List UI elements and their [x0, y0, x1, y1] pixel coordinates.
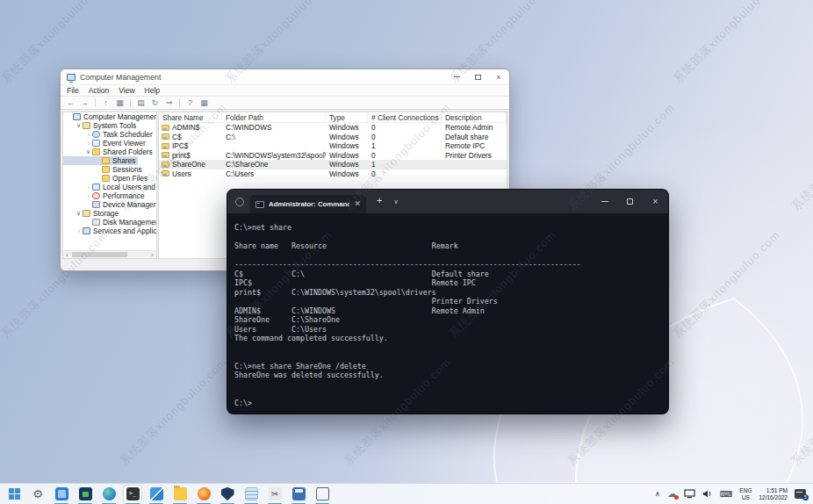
tree-item-open-files[interactable]: Open Files — [63, 174, 150, 183]
col-share-name[interactable]: Share Name — [159, 112, 222, 122]
taskbar-item-file-explorer[interactable] — [171, 486, 189, 503]
tree-item-device-manager[interactable]: Device Manager — [63, 200, 157, 209]
chevron-icon[interactable] — [76, 228, 83, 234]
taskbar-item-snipping-tool[interactable]: ✂ — [266, 486, 284, 503]
minimize-button[interactable] — [446, 69, 467, 84]
taskbar-item-media-player[interactable] — [53, 486, 70, 503]
scroll-left-icon[interactable]: ‹ — [63, 251, 71, 259]
col-folder-path[interactable]: Folder Path — [222, 112, 326, 122]
chevron-icon[interactable] — [85, 148, 92, 155]
tab-dropdown-icon[interactable]: ∨ — [393, 198, 398, 205]
table-row[interactable]: C$ C:\ Windows 0 Default share — [159, 133, 507, 142]
tree-item-task-scheduler[interactable]: Task Scheduler — [63, 130, 155, 139]
taskbar-item-terminal[interactable]: >_ — [124, 486, 141, 503]
chevron-icon[interactable] — [76, 122, 83, 129]
app-icon — [245, 487, 258, 500]
tree-item-icon — [92, 131, 100, 138]
toolbar-button-up-level[interactable]: ↑ — [100, 97, 112, 108]
touch-keyboard-icon[interactable]: ⌨ — [720, 490, 732, 499]
toolbar-button-refresh[interactable]: ↻ — [149, 97, 161, 108]
tree-item-shared-folders[interactable]: Shared Folders — [63, 148, 155, 156]
tree-item-icon — [102, 157, 110, 164]
tree-item-system-tools[interactable]: System Tools — [63, 121, 139, 130]
terminal-output[interactable]: C:\>net share Share name Resource Remark… — [227, 213, 668, 414]
menu-action[interactable]: Action — [89, 86, 110, 95]
toolbar-button-back[interactable]: ← — [65, 97, 76, 108]
tree-item-event-viewer[interactable]: Event Viewer — [63, 139, 148, 148]
taskbar-item-firefox[interactable] — [195, 486, 212, 503]
taskbar-item-microsoft-store[interactable] — [76, 486, 94, 503]
toolbar-button-sep3 — [179, 98, 180, 107]
notification-center-icon[interactable]: 5 — [795, 489, 806, 499]
table-row[interactable]: print$ C:\WINDOWS\system32\spool\drivers… — [159, 151, 507, 161]
chevron-icon[interactable] — [85, 132, 92, 138]
terminal-window: Administrator: Command Pror ✕ + ∨ × C:\>… — [227, 189, 669, 414]
shared-folder-icon — [162, 143, 169, 149]
menu-help[interactable]: Help — [145, 86, 160, 95]
toolbar-button-console[interactable]: ▦ — [198, 97, 210, 108]
chevron-icon[interactable] — [85, 140, 92, 147]
new-tab-button[interactable]: + — [377, 195, 382, 205]
taskbar-item-edge[interactable] — [100, 486, 118, 503]
toolbar-button-help[interactable]: ? — [184, 97, 196, 108]
col-type[interactable]: Type — [326, 112, 368, 122]
close-button[interactable]: × — [488, 69, 509, 84]
chevron-icon[interactable] — [85, 193, 92, 199]
scrollbar-thumb[interactable] — [72, 252, 127, 257]
table-row[interactable]: ShareOne C:\ShareOne Windows 1 — [159, 160, 507, 169]
taskbar-item-printer-app[interactable] — [290, 486, 307, 503]
toolbar-button-show-tree[interactable]: ▦ — [114, 97, 126, 108]
tree-item-shares[interactable]: Shares — [63, 156, 138, 165]
terminal-tab[interactable]: Administrator: Command Pror ✕ — [250, 195, 366, 213]
app-icon — [174, 487, 187, 500]
taskbar-apps: ⚙ >_ — [23, 486, 331, 503]
tree-item-performance[interactable]: Performance — [63, 191, 147, 200]
terminal-maximize-button[interactable] — [617, 190, 643, 213]
taskbar-item-vscode[interactable] — [147, 486, 165, 503]
chevron-icon[interactable] — [76, 210, 83, 217]
table-row[interactable]: IPC$ Windows 1 Remote IPC — [159, 141, 507, 151]
table-row[interactable]: ADMIN$ C:\WINDOWS Windows 0 Remote Admin — [159, 123, 507, 133]
toolbar-button-export-list[interactable]: ⇒ — [163, 97, 175, 108]
app-icon — [79, 487, 92, 500]
hidden-icons-chevron-icon[interactable]: ∧ — [655, 490, 660, 498]
start-button[interactable] — [5, 486, 23, 503]
network-icon[interactable] — [684, 489, 695, 499]
shared-folder-icon — [162, 162, 169, 168]
terminal-titlebar[interactable]: Administrator: Command Pror ✕ + ∨ × — [227, 190, 668, 213]
toolbar-button-properties[interactable]: ▤ — [135, 97, 147, 108]
chevron-icon[interactable] — [85, 184, 92, 191]
toolbar-button-forward[interactable]: → — [79, 97, 90, 108]
col-description[interactable]: Description — [442, 112, 507, 122]
tree-horizontal-scrollbar[interactable]: ‹ › — [63, 250, 156, 258]
clock[interactable]: 1:51 PM 12/16/2022 — [759, 487, 788, 500]
tree-item-sessions[interactable]: Sessions — [63, 165, 145, 174]
tree-item-computer-management-local[interactable]: Computer Management (Local) — [63, 112, 157, 121]
taskbar-item-screen-capture[interactable] — [313, 486, 331, 503]
app-icon — [150, 487, 163, 500]
tab-close-icon[interactable]: ✕ — [354, 200, 361, 208]
maximize-button[interactable] — [467, 69, 488, 84]
tree-item-disk-management[interactable]: Disk Management — [63, 218, 157, 227]
menu-file[interactable]: File — [67, 86, 79, 95]
table-row[interactable]: Users C:\Users Windows 0 — [159, 169, 507, 179]
volume-icon[interactable] — [702, 489, 713, 499]
tree-item-services-and-applications[interactable]: Services and Applications — [63, 227, 157, 235]
notification-badge: 5 — [802, 494, 809, 500]
col-client-connections[interactable]: # Client Connections — [368, 112, 442, 122]
cm-titlebar[interactable]: Computer Management × — [61, 69, 509, 85]
terminal-close-button[interactable]: × — [643, 190, 668, 213]
scroll-right-icon[interactable]: › — [148, 251, 156, 259]
tree-item-local-users-and-groups[interactable]: Local Users and Groups — [63, 183, 157, 191]
tree-item-storage[interactable]: Storage — [63, 209, 121, 218]
cm-menubar: FileActionViewHelp — [61, 85, 509, 97]
taskbar-item-notepad[interactable] — [242, 486, 260, 503]
tray-date: 12/16/2022 — [759, 494, 788, 501]
menu-view[interactable]: View — [119, 86, 134, 95]
taskbar-item-windows-security[interactable] — [219, 486, 236, 503]
language-indicator[interactable]: ENG US — [739, 487, 752, 500]
tree-item-icon — [83, 227, 90, 234]
terminal-minimize-button[interactable] — [592, 190, 617, 213]
onedrive-error-icon[interactable]: ☁ — [667, 489, 677, 499]
taskbar-item-settings[interactable]: ⚙ — [29, 486, 47, 503]
